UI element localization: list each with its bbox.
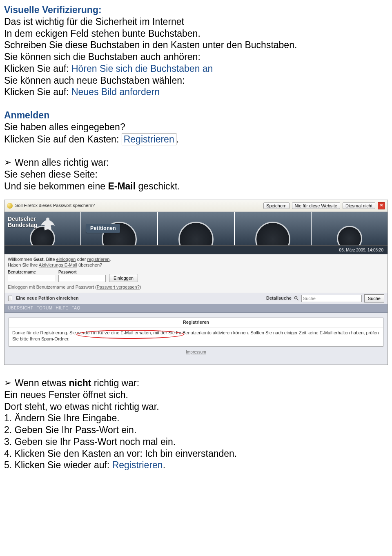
text-line: 3. Geben sie Ihr Pass-Wort noch mal ein. [4, 436, 388, 448]
link-registrieren: Registrieren [112, 460, 163, 470]
bullet-text: Wenn alles richtig war: [15, 157, 109, 169]
text-line: Das ist wichtig für die Sicherheit im In… [4, 16, 388, 28]
date-bar: 05. März 2009, 14:08:20 [4, 246, 388, 255]
ff-prompt-text: Soll Firefox dieses Passwort speichern? [15, 203, 95, 209]
bullet-text: Wenn etwas nicht richtig war: [15, 377, 139, 389]
nav-forum[interactable]: FORUM [36, 306, 52, 311]
text-line: Dort steht, wo etwas nicht richtig war. [4, 401, 388, 413]
msg-title: Registrieren [9, 318, 383, 327]
boxed-registrieren: Registrieren [122, 133, 176, 146]
text-fragment: . [176, 134, 179, 145]
login-button[interactable]: Einloggen [109, 274, 138, 282]
welcome-text: Willkommen [8, 257, 33, 262]
text-fragment: Klicken Sie auf: [4, 87, 71, 97]
document-icon [8, 296, 13, 301]
search-button[interactable]: Suche [364, 294, 384, 302]
password-input[interactable] [58, 275, 106, 282]
guest-label: Gast [33, 257, 43, 262]
bullet-arrow-icon: ➢ [4, 157, 11, 168]
text-line: Schreiben Sie diese Buchstaben in den Ka… [4, 39, 388, 51]
firefox-password-bar: Soll Firefox dieses Passwort speichern? … [4, 200, 388, 212]
bundestag-screenshot: Soll Firefox dieses Passwort speichern? … [4, 200, 388, 365]
ff-save-button[interactable]: Speichern [263, 202, 290, 209]
link-neues-bild: Neues Bild anfordern [71, 87, 160, 97]
text-line: Und sie bekommen eine E-Mail geschickt. [4, 180, 388, 192]
login-link[interactable]: einloggen [56, 257, 76, 262]
text-fragment: Und sie bekommen eine [4, 181, 108, 191]
heading-anmelden: Anmelden [4, 109, 388, 121]
text-line: 2. Geben Sie Ihr Pass-Wort ein. [4, 424, 388, 436]
text-line: Sie können sich die Buchstaben auch anhö… [4, 51, 388, 63]
username-input[interactable] [8, 275, 55, 282]
text-line: In dem eckigen Feld stehen bunte Buchsta… [4, 28, 388, 40]
text-fragment: Klicken Sie auf: [4, 63, 71, 74]
search-input[interactable] [301, 295, 362, 302]
detailsuche-label: Detailsuche [266, 296, 292, 301]
svg-rect-0 [9, 296, 12, 301]
nav-faq[interactable]: FAQ [71, 306, 80, 311]
impressum-link[interactable]: Impressum [186, 350, 206, 354]
password-label: Passwort [58, 270, 106, 275]
bullet-arrow-icon: ➢ [4, 377, 11, 389]
text-line: Klicken Sie auf den Kasten: Registrieren… [4, 133, 388, 146]
msg-body: Danke für die Registrierung. Sie werden … [9, 327, 383, 346]
username-label: Benutzername [8, 270, 55, 275]
nav-hilfe[interactable]: HILFE [56, 306, 68, 311]
text-line: Klicken Sie auf: Hören Sie sich die Buch… [4, 63, 388, 75]
text-fragment: Klicken Sie auf den Kasten: [4, 134, 122, 145]
nav-uebersicht[interactable]: ÜBERSICHT [8, 306, 33, 311]
bundestag-logo: Deutscher Bundestag [8, 216, 56, 236]
ff-notnow-button[interactable]: Diesmal nicht [343, 202, 375, 209]
ff-never-button[interactable]: Nie für diese Website [292, 202, 340, 209]
svg-point-1 [294, 296, 297, 299]
petitionen-tag: Petitionen [86, 224, 120, 233]
nav-tabs: ÜBERSICHT FORUM HILFE FAQ [4, 304, 388, 313]
bundestag-banner: Deutscher Bundestag Petitionen [4, 212, 388, 246]
text-line: Klicken Sie auf: Neues Bild anfordern [4, 86, 388, 98]
text-line: 5. Klicken Sie wieder auf: Registrieren. [4, 459, 388, 471]
text-line: Sie können auch neue Buchstaben wählen: [4, 75, 388, 87]
svg-line-2 [297, 299, 298, 300]
text-line: 1. Ändern Sie Ihre Eingabe. [4, 412, 388, 424]
text-bold: E-Mail [108, 181, 136, 191]
text-fragment: geschickt. [136, 181, 180, 191]
new-petition-link[interactable]: Eine neue Petition einreichen [16, 296, 78, 301]
toolbar-strip: Eine neue Petition einreichen Detailsuch… [4, 293, 388, 304]
login-area: Willkommen Gast. Bitte einloggen oder re… [4, 254, 388, 293]
register-link[interactable]: registrieren [87, 257, 109, 262]
registration-message: Registrieren Danke für die Registrierung… [9, 318, 383, 346]
eagle-icon [40, 216, 56, 236]
text-line: 4. Klicken Sie den Kasten an vor: Ich bi… [4, 448, 388, 460]
text-line: Sie sehen diese Seite: [4, 169, 388, 180]
heading-visuelle: Visuelle Verifizierung: [4, 4, 388, 16]
forgot-password-link[interactable]: Passwort vergessen? [97, 285, 140, 289]
text-line: Ein neues Fenster öffnet sich. [4, 389, 388, 401]
close-icon[interactable]: ✕ [378, 202, 385, 209]
link-hoeren: Hören Sie sich die Buchstaben an [71, 63, 213, 74]
search-icon [294, 296, 299, 301]
text-line: Sie haben alles eingegeben? [4, 121, 388, 133]
activation-mail-link[interactable]: Aktivierungs E-Mail [39, 262, 77, 267]
key-icon [7, 203, 13, 209]
